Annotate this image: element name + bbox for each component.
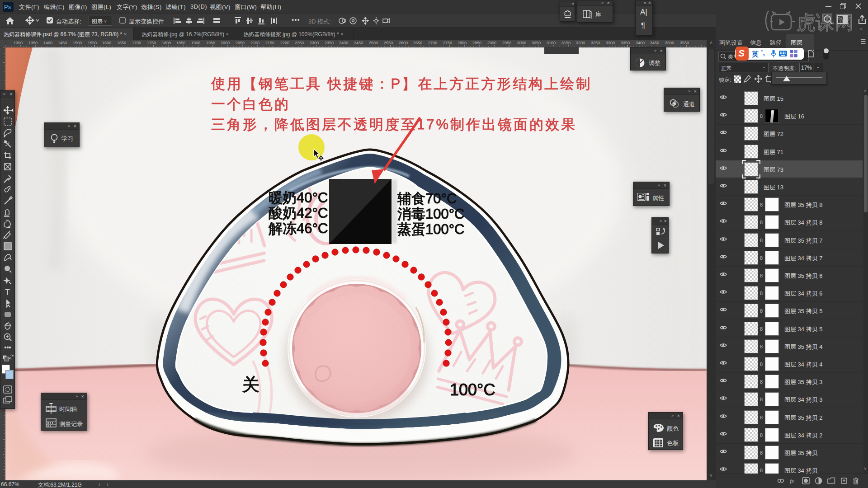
svg-text:关: 关 xyxy=(242,375,259,394)
svg-text:100°C: 100°C xyxy=(450,380,495,399)
svg-text:Ps: Ps xyxy=(4,4,11,10)
svg-text:蒸蛋100°C: 蒸蛋100°C xyxy=(397,221,465,237)
svg-text:解冻46°C: 解冻46°C xyxy=(269,221,328,236)
svg-text:酸奶42°C: 酸奶42°C xyxy=(269,205,328,221)
svg-text:T: T xyxy=(5,288,10,297)
svg-text:辅食70°C: 辅食70°C xyxy=(397,191,457,206)
svg-text:fx: fx xyxy=(790,478,794,484)
svg-text:消毒100°C: 消毒100°C xyxy=(397,206,465,222)
svg-text:暖奶40°C: 暖奶40°C xyxy=(269,190,328,206)
